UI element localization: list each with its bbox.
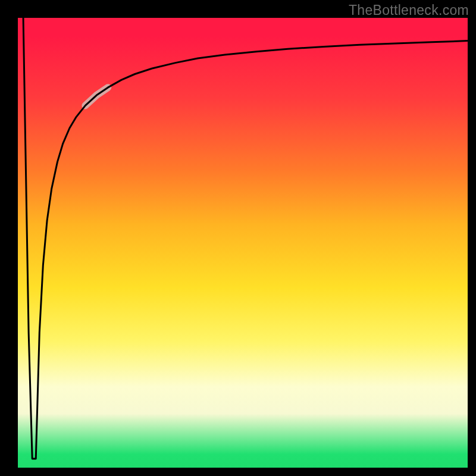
watermark-text: TheBottleneck.com — [349, 2, 469, 18]
chart-container: TheBottleneck.com — [0, 0, 476, 476]
curve-layer — [18, 18, 468, 468]
plot-area — [18, 18, 468, 468]
bottleneck-curve — [23, 18, 468, 459]
